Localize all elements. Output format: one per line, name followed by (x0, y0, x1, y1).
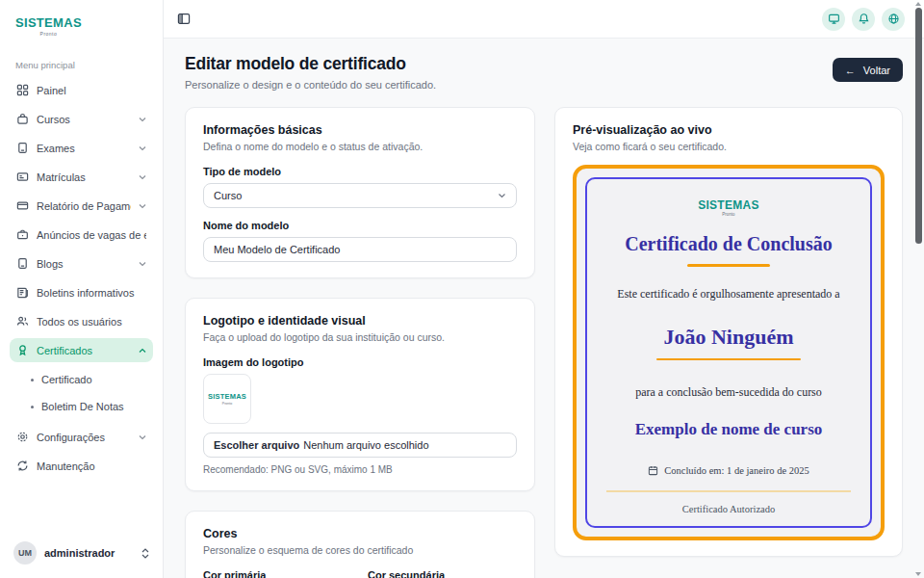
sidebar-item-manutencao[interactable]: Manutenção (10, 454, 153, 478)
sidebar-item-blogs[interactable]: Blogs (10, 251, 153, 276)
certificate-date-row: Concluído em: 1 de janeiro de 2025 (648, 465, 808, 476)
certificate-logo-name: SISTEMAS (698, 198, 759, 212)
primary-color-label: Cor primária (203, 569, 352, 578)
back-button[interactable]: ← Voltar (833, 58, 903, 82)
chevron-down-icon (139, 434, 146, 440)
avatar: UM (13, 541, 37, 565)
certificate-preview: SISTEMAS Pronto Certificado de Conclusão… (573, 165, 885, 540)
user-menu[interactable]: UM administrador (10, 541, 153, 565)
sidebar-subitem-boletim-de-notas[interactable]: Boletim De Notas (10, 396, 153, 417)
sidebar-item-label: Anúncios de vagas de empre (37, 229, 146, 241)
recipient-underline (656, 358, 801, 360)
user-name: administrador (44, 547, 115, 559)
bag-icon (16, 113, 29, 125)
chevron-down-icon (139, 261, 146, 267)
file-status-text: Nenhum arquivo escolhido (303, 439, 428, 451)
maintenance-sync-icon (16, 460, 29, 472)
editor-grid: Informações básicas Defina o nome do mod… (185, 107, 903, 578)
logo-preview-name: SISTEMAS (208, 392, 246, 401)
sidebar-item-configuracoes[interactable]: Configurações (10, 425, 153, 449)
logo-file-input[interactable]: Escolher arquivo Nenhum arquivo escolhid… (203, 433, 517, 458)
chevron-down-icon (139, 203, 146, 209)
sidebar-item-label: Matrículas (37, 171, 86, 183)
chevron-down-icon (139, 145, 146, 151)
notifications-button[interactable] (852, 8, 875, 31)
panel-icon (177, 13, 191, 25)
scroll-up-arrow[interactable] (915, 2, 921, 6)
certificate-course-name: Exemplo de nome de curso (635, 420, 823, 439)
back-button-label: Voltar (863, 65, 890, 76)
certificate-heading: Certificado de Conclusão (625, 233, 833, 255)
template-type-label: Tipo de modelo (203, 166, 517, 177)
chevron-up-down-icon (141, 548, 149, 559)
sidebar-item-todos-usuarios[interactable]: Todos os usuários (10, 309, 153, 333)
app-window: SISTEMAS Pronto Menu principal Painel Cu… (0, 0, 924, 578)
topbar-actions (822, 8, 905, 31)
scrollbar-thumb[interactable] (915, 8, 922, 244)
sidebar-item-painel[interactable]: Painel (10, 78, 153, 102)
heading-underline (687, 264, 770, 267)
sidebar: SISTEMAS Pronto Menu principal Painel Cu… (0, 0, 164, 578)
sidebar-item-label: Relatório de Pagamento (37, 200, 131, 212)
language-button[interactable] (882, 8, 905, 31)
brand-logo[interactable]: SISTEMAS Pronto (10, 12, 86, 37)
grid-icon (16, 84, 29, 96)
secondary-color-label: Cor secundária (368, 569, 517, 578)
chevron-down-icon (139, 174, 146, 180)
bullet-icon (31, 379, 34, 381)
bullet-icon (31, 406, 34, 408)
book-icon (16, 142, 29, 154)
sidebar-subitem-label: Certificado (41, 374, 92, 385)
sidebar-item-matriculas[interactable]: Matrículas (10, 165, 153, 189)
certificate-footer-text: Certificado Autorizado (682, 504, 776, 514)
users-icon (16, 315, 29, 328)
page-subtitle: Personalize o design e o conteúdo do seu… (185, 79, 436, 91)
form-column: Informações básicas Defina o nome do mod… (185, 107, 535, 578)
card-title: Cores (203, 527, 517, 540)
sidebar-item-anuncios-vagas[interactable]: Anúncios de vagas de empre (10, 223, 153, 247)
brand-tagline: Pronto (15, 31, 82, 37)
logo-preview: SISTEMAS Pronto (203, 374, 251, 424)
preview-column: Pré-visualização ao vivo Veja como ficar… (554, 107, 903, 578)
template-name-input[interactable] (203, 237, 517, 262)
display-mode-button[interactable] (822, 8, 845, 31)
file-hint: Recomendado: PNG ou SVG, máximo 1 MB (203, 464, 517, 475)
globe-icon (887, 13, 900, 25)
sidebar-subitem-certificado[interactable]: Certificado (10, 369, 153, 390)
window-scrollbar[interactable] (912, 0, 924, 578)
certificate-completion-text: para a conclusão bem-sucedida do curso (635, 385, 822, 400)
sidebar-item-label: Painel (37, 85, 66, 96)
gear-icon (16, 431, 29, 443)
colors-row: Cor primária Cor secundária (203, 556, 517, 578)
scroll-down-arrow[interactable] (915, 572, 921, 576)
card-subtitle: Faça o upload do logotipo da sua institu… (203, 331, 517, 343)
certificate-recipient-name: João Ninguém (663, 325, 793, 350)
sidebar-toggle-button[interactable] (177, 13, 191, 25)
sidebar-subitem-label: Boletim De Notas (41, 401, 124, 412)
certificate-logo: SISTEMAS Pronto (698, 198, 759, 217)
logo-image-label: Imagem do logotipo (203, 356, 517, 368)
card-subtitle: Personalize o esquema de cores do certif… (203, 544, 517, 556)
monitor-icon (828, 13, 840, 25)
certificate-divider (606, 490, 851, 492)
card-title: Pré-visualização ao vivo (573, 123, 885, 137)
basic-info-card: Informações básicas Defina o nome do mod… (185, 107, 535, 278)
sidebar-nav: Painel Cursos Exames Matrículas Relatóri… (10, 78, 153, 483)
sidebar-item-relatorio-pagamento[interactable]: Relatório de Pagamento (10, 194, 153, 218)
sidebar-item-label: Todos os usuários (37, 316, 122, 328)
sidebar-item-certificados[interactable]: Certificados (10, 338, 153, 362)
chevron-up-icon (139, 348, 146, 354)
bell-icon (858, 13, 870, 25)
template-type-value: Curso (214, 190, 242, 201)
card-subtitle: Veja como ficará o seu certificado. (573, 141, 885, 152)
template-type-select[interactable]: Curso (203, 183, 517, 208)
sidebar-item-boletins-informativos[interactable]: Boletins informativos (10, 280, 153, 304)
certificate-date-text: Concluído em: 1 de janeiro de 2025 (664, 465, 808, 476)
sidebar-item-label: Exames (37, 143, 75, 154)
credit-card-icon (16, 199, 29, 212)
logo-preview-tagline: Pronto (222, 402, 232, 406)
sidebar-item-exames[interactable]: Exames (10, 136, 153, 160)
sidebar-item-cursos[interactable]: Cursos (10, 107, 153, 131)
choose-file-button[interactable]: Escolher arquivo (214, 439, 299, 451)
logo-card: Logotipo e identidade visual Faça o uplo… (185, 298, 535, 491)
